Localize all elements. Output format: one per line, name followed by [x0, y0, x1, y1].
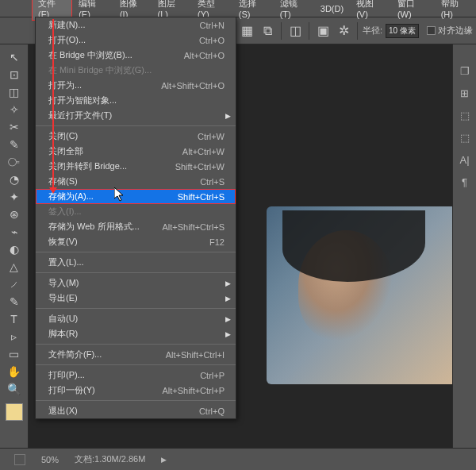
tool-19[interactable]: 🔍	[5, 381, 24, 397]
submenu-arrow-icon: ▶	[225, 315, 231, 323]
menu-item[interactable]: 打印(P)...Ctrl+P	[36, 368, 236, 383]
tool-13[interactable]: ⟋	[5, 276, 24, 292]
panel-icon-1[interactable]: ⊞	[457, 86, 473, 100]
menu-item[interactable]: 最近打开文件(T)▶	[36, 108, 236, 123]
menu-item[interactable]: 导入(M)▶	[36, 275, 236, 291]
menu-item[interactable]: 退出(X)Ctrl+Q	[36, 403, 236, 418]
menu-item-label: 最近打开文件(T)	[48, 110, 112, 121]
menu-shortcut: Ctrl+O	[199, 36, 225, 45]
panel-icon-2[interactable]: ⬚	[457, 108, 473, 122]
panel-icon-0[interactable]: ❐	[457, 64, 473, 78]
menu-item[interactable]: 导出(E)▶	[36, 291, 236, 306]
tool-8[interactable]: ✦	[5, 189, 24, 205]
menu-滤镜(T)[interactable]: 滤镜(T)	[274, 0, 314, 21]
menu-item-label: 存储为(A)...	[48, 191, 94, 202]
menu-shortcut: Shift+Ctrl+W	[175, 162, 225, 171]
tool-15[interactable]: T	[5, 311, 24, 327]
menu-shortcut: Shift+Ctrl+S	[178, 192, 225, 202]
menu-shortcut: Ctrl+W	[198, 132, 225, 141]
panel-icon-3[interactable]: ⬚	[457, 130, 473, 144]
tool-4[interactable]: ✂	[5, 119, 24, 135]
doc-info-arrow[interactable]: ▶	[161, 456, 167, 464]
mask-icon[interactable]: ▣	[314, 22, 332, 40]
tool-17[interactable]: ▭	[5, 346, 24, 362]
tool-0[interactable]: ↖	[5, 49, 24, 65]
menu-item[interactable]: 文件简介(F)...Alt+Shift+Ctrl+I	[36, 347, 236, 362]
menu-item-label: 脚本(R)	[48, 328, 78, 340]
menu-item-label: 恢复(V)	[48, 236, 78, 248]
gear-icon[interactable]: ✲	[335, 22, 352, 40]
menu-shortcut: Ctrl+Q	[199, 406, 225, 416]
document-image[interactable]	[267, 206, 466, 384]
menu-item[interactable]: 打开(O)...Ctrl+O	[36, 33, 236, 48]
submenu-arrow-icon: ▶	[225, 295, 231, 302]
menu-item[interactable]: 关闭全部Alt+Ctrl+W	[36, 144, 236, 159]
menu-shortcut: Ctrl+P	[200, 371, 225, 380]
menu-item-label: 打印(P)...	[48, 369, 85, 381]
menu-item[interactable]: 置入(L)...	[36, 255, 236, 270]
align-edges-checkbox[interactable]	[427, 26, 436, 35]
menu-item: 在 Mini Bridge 中浏览(G)...	[36, 63, 236, 78]
menu-item-label: 关闭全部	[48, 145, 83, 157]
menu-separator	[36, 308, 236, 309]
menu-item[interactable]: 在 Bridge 中浏览(B)...Alt+Ctrl+O	[36, 48, 236, 63]
menu-separator	[36, 272, 236, 273]
menu-item[interactable]: 关闭并转到 Bridge...Shift+Ctrl+W	[36, 159, 236, 174]
menu-视图(V)[interactable]: 视图(V)	[350, 0, 391, 21]
tool-5[interactable]: ✎	[5, 137, 24, 152]
tool-2[interactable]: ◫	[5, 84, 24, 100]
tool-16[interactable]: ▹	[5, 329, 24, 345]
menu-item-label: 存储为 Web 所用格式...	[48, 221, 140, 233]
menu-shortcut: Alt+Shift+Ctrl+O	[161, 81, 225, 91]
menu-3D(D)[interactable]: 3D(D)	[314, 2, 350, 15]
menu-separator	[36, 125, 236, 126]
tool-7[interactable]: ◔	[5, 171, 24, 187]
tool-1[interactable]: ⊡	[5, 67, 24, 83]
menu-item-label: 自动(U)	[48, 313, 78, 325]
menu-item-label: 文件简介(F)...	[48, 349, 102, 360]
menu-item-label: 退出(X)	[48, 405, 78, 417]
submenu-arrow-icon: ▶	[225, 112, 231, 120]
tool-12[interactable]: △	[5, 259, 24, 275]
menu-item[interactable]: 存储(S)Ctrl+S	[36, 174, 236, 189]
menu-shortcut: F12	[209, 237, 225, 247]
layers-icon[interactable]: ⧉	[259, 22, 276, 40]
tool-11[interactable]: ◐	[5, 241, 24, 257]
menu-item: 签入(I)...	[36, 204, 236, 219]
menu-item-label: 关闭并转到 Bridge...	[48, 160, 127, 172]
menu-item[interactable]: 打印一份(Y)Alt+Shift+Ctrl+P	[36, 383, 236, 398]
status-swatch-icon	[14, 454, 25, 465]
menu-item[interactable]: 自动(U)▶	[36, 311, 236, 326]
menu-item-label: 导出(E)	[48, 292, 78, 304]
menu-选择(S)[interactable]: 选择(S)	[232, 0, 274, 21]
menu-item[interactable]: 新建(N)...Ctrl+N	[36, 17, 236, 33]
menu-separator	[36, 364, 236, 365]
tool-9[interactable]: ⊛	[5, 206, 24, 222]
foreground-swatch[interactable]	[6, 403, 23, 421]
menu-item[interactable]: 打开为...Alt+Shift+Ctrl+O	[36, 78, 236, 93]
menu-item-label: 新建(N)...	[48, 19, 85, 31]
tool-3[interactable]: ✧	[5, 102, 24, 118]
menu-item-label: 打开为...	[48, 79, 82, 91]
doc-info: 文档:1.30M/2.86M	[75, 453, 145, 465]
tool-14[interactable]: ✎	[5, 294, 24, 310]
overlap-icon[interactable]: ◫	[286, 22, 304, 40]
menu-item-label: 打开(O)...	[48, 34, 86, 46]
align-icon[interactable]: ▦	[238, 22, 255, 40]
menu-item[interactable]: 存储为(A)...Shift+Ctrl+S	[36, 189, 236, 204]
tool-10[interactable]: ⌁	[5, 224, 24, 240]
menu-帮助(H)[interactable]: 帮助(H)	[435, 0, 476, 21]
menu-item[interactable]: 关闭(C)Ctrl+W	[36, 129, 236, 144]
radius-input[interactable]	[386, 24, 419, 38]
submenu-arrow-icon: ▶	[225, 279, 231, 287]
panel-icon-5[interactable]: ¶	[457, 175, 473, 189]
tool-6[interactable]: ⧃	[5, 154, 24, 170]
menu-item[interactable]: 恢复(V)F12	[36, 234, 236, 249]
menu-item[interactable]: 打开为智能对象...	[36, 93, 236, 108]
panel-icon-4[interactable]: A|	[457, 152, 473, 167]
menu-窗口(W)[interactable]: 窗口(W)	[391, 0, 435, 21]
menu-item[interactable]: 存储为 Web 所用格式...Alt+Shift+Ctrl+S	[36, 219, 236, 234]
zoom-level[interactable]: 50%	[41, 455, 59, 464]
tool-18[interactable]: ✋	[5, 364, 24, 379]
menu-item[interactable]: 脚本(R)▶	[36, 326, 236, 341]
